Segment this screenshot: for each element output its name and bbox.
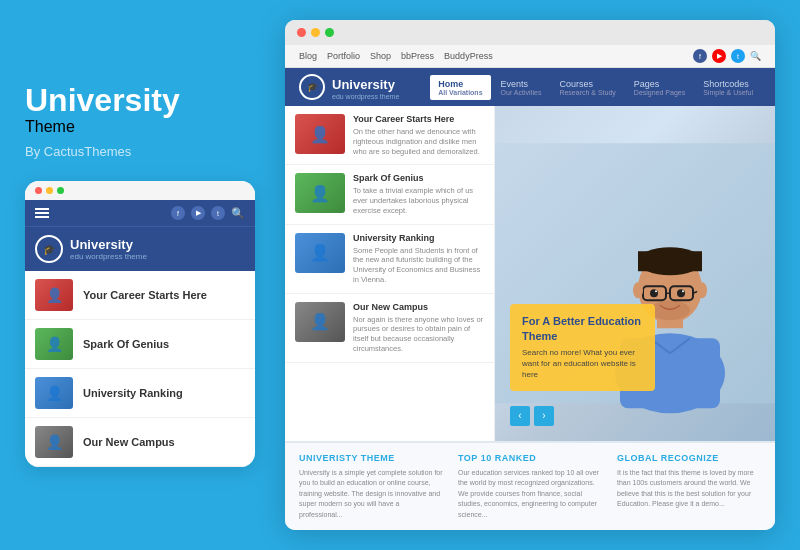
nav-item-shortcodes[interactable]: ShortcodesSimple & Useful: [695, 75, 761, 100]
facebook-icon[interactable]: f: [171, 206, 185, 220]
search-icon[interactable]: 🔍: [231, 207, 245, 220]
hero-section: For A Better Education Theme Search no m…: [495, 106, 775, 441]
top-nav-item[interactable]: BuddyPress: [444, 51, 493, 61]
browser-chrome: [285, 20, 775, 45]
tw-icon[interactable]: t: [731, 49, 745, 63]
mobile-top-bar: [25, 181, 255, 200]
blog-item-desc: Nor again is there anyone who loves or p…: [353, 315, 484, 354]
svg-point-17: [633, 282, 643, 298]
blog-item-title: Our New Campus: [353, 302, 484, 312]
hero-overlay-desc: Search no more! What you ever want for a…: [522, 347, 643, 381]
site-top-social: f ▶ t 🔍: [693, 49, 761, 63]
bottom-col-title: TOP 10 RANKED: [458, 453, 602, 463]
twitter-icon[interactable]: t: [211, 206, 225, 220]
dot-yellow: [46, 187, 53, 194]
mobile-list-label: Spark Of Genius: [83, 337, 169, 351]
main-title: University Theme: [25, 83, 255, 136]
mobile-thumb: 👤: [35, 426, 73, 458]
hamburger-icon[interactable]: [35, 208, 49, 218]
blog-item-desc: To take a trivial example which of us ev…: [353, 186, 484, 215]
nav-item-events[interactable]: EventsOur Activities: [493, 75, 550, 100]
blog-item-title: Your Career Starts Here: [353, 114, 484, 124]
bottom-col-title: UNIVERISTY THEME: [299, 453, 443, 463]
hero-nav-arrows: ‹ ›: [510, 406, 554, 426]
top-nav-item[interactable]: Blog: [299, 51, 317, 61]
top-nav-item[interactable]: Portfolio: [327, 51, 360, 61]
blog-list-item[interactable]: 👤 Your Career Starts Here On the other h…: [285, 106, 494, 165]
mobile-logo-info: University edu wordpress theme: [70, 237, 147, 261]
browser-minimize[interactable]: [311, 28, 320, 37]
mobile-list-item[interactable]: 👤 Our New Campus: [25, 418, 255, 467]
blog-item-text: Spark Of Genius To take a trivial exampl…: [353, 173, 484, 215]
nav-item-pages[interactable]: PagesDesigned Pages: [626, 75, 693, 100]
mobile-list-item[interactable]: 👤 University Ranking: [25, 369, 255, 418]
svg-point-15: [655, 290, 657, 292]
blog-item-title: University Ranking: [353, 233, 484, 243]
blog-thumb: 👤: [295, 233, 345, 273]
browser-close[interactable]: [297, 28, 306, 37]
bottom-col: UNIVERISTY THEME University is a simple …: [299, 453, 443, 521]
mobile-list-label: University Ranking: [83, 386, 183, 400]
logo-sub: edu wordpress theme: [332, 93, 399, 100]
bottom-col: TOP 10 RANKED Our education services ran…: [458, 453, 602, 521]
hero-background: For A Better Education Theme Search no m…: [495, 106, 775, 441]
mobile-mockup: f ▶ t 🔍 🎓 University edu wordpress theme…: [25, 181, 255, 467]
svg-point-16: [682, 290, 684, 292]
nav-item-home[interactable]: HomeAll Variations: [430, 75, 490, 100]
site-top-nav: BlogPortfolioShopbbPressBuddyPress: [299, 51, 493, 61]
mobile-logo-bar: 🎓 University edu wordpress theme: [25, 226, 255, 271]
blog-thumb: 👤: [295, 173, 345, 213]
byline: By CactusThemes: [25, 144, 255, 159]
mobile-list: 👤 Your Career Starts Here 👤 Spark Of Gen…: [25, 271, 255, 467]
logo-emblem: 🎓: [299, 74, 325, 100]
blog-list-item[interactable]: 👤 Our New Campus Nor again is there anyo…: [285, 294, 494, 363]
blog-item-desc: On the other hand we denounce with right…: [353, 127, 484, 156]
blog-item-text: Our New Campus Nor again is there anyone…: [353, 302, 484, 354]
top-nav-item[interactable]: Shop: [370, 51, 391, 61]
hero-overlay-box: For A Better Education Theme Search no m…: [510, 304, 655, 390]
prev-arrow[interactable]: ‹: [510, 406, 530, 426]
blog-list-item[interactable]: 👤 University Ranking Some People and Stu…: [285, 225, 494, 294]
left-panel: University Theme By CactusThemes f ▶ t 🔍…: [25, 83, 255, 467]
blog-list: 👤 Your Career Starts Here On the other h…: [285, 106, 495, 441]
mobile-logo-emblem: 🎓: [35, 235, 63, 263]
svg-rect-6: [638, 251, 702, 271]
next-arrow[interactable]: ›: [534, 406, 554, 426]
mobile-list-item[interactable]: 👤 Spark Of Genius: [25, 320, 255, 369]
title-light: Theme: [25, 118, 75, 135]
yt-icon[interactable]: ▶: [712, 49, 726, 63]
bottom-col: GLOBAL RECOGNIZE It is the fact that thi…: [617, 453, 761, 521]
title-bold: University: [25, 82, 180, 118]
logo-text-block: University edu wordpress theme: [332, 75, 399, 100]
bottom-col-text: Our education services ranked top 10 all…: [458, 468, 602, 521]
youtube-icon[interactable]: ▶: [191, 206, 205, 220]
site-top-bar: BlogPortfolioShopbbPressBuddyPress f ▶ t…: [285, 45, 775, 68]
svg-point-13: [650, 289, 658, 297]
browser-maximize[interactable]: [325, 28, 334, 37]
dot-green: [57, 187, 64, 194]
site-main-nav: HomeAll VariationsEventsOur ActivitiesCo…: [430, 75, 761, 100]
blog-thumb: 👤: [295, 302, 345, 342]
top-nav-item[interactable]: bbPress: [401, 51, 434, 61]
mobile-logo-sub: edu wordpress theme: [70, 252, 147, 261]
svg-point-14: [677, 289, 685, 297]
blog-item-text: University Ranking Some People and Stude…: [353, 233, 484, 285]
nav-item-courses[interactable]: CoursesResearch & Study: [551, 75, 623, 100]
search-icon[interactable]: 🔍: [750, 51, 761, 61]
site-header: 🎓 University edu wordpress theme HomeAll…: [285, 68, 775, 106]
bottom-col-text: University is a simple yet complete solu…: [299, 468, 443, 521]
blog-item-desc: Some People and Students in front of the…: [353, 246, 484, 285]
bottom-col-title: GLOBAL RECOGNIZE: [617, 453, 761, 463]
blog-item-text: Your Career Starts Here On the other han…: [353, 114, 484, 156]
blog-list-item[interactable]: 👤 Spark Of Genius To take a trivial exam…: [285, 165, 494, 224]
blog-thumb: 👤: [295, 114, 345, 154]
blog-item-title: Spark Of Genius: [353, 173, 484, 183]
fb-icon[interactable]: f: [693, 49, 707, 63]
mobile-logo-text: University: [70, 237, 147, 252]
mobile-list-item[interactable]: 👤 Your Career Starts Here: [25, 271, 255, 320]
mobile-thumb: 👤: [35, 328, 73, 360]
mobile-thumb: 👤: [35, 377, 73, 409]
mobile-nav-bar: f ▶ t 🔍: [25, 200, 255, 226]
svg-point-7: [650, 300, 690, 320]
site-logo: 🎓 University edu wordpress theme: [299, 74, 399, 100]
